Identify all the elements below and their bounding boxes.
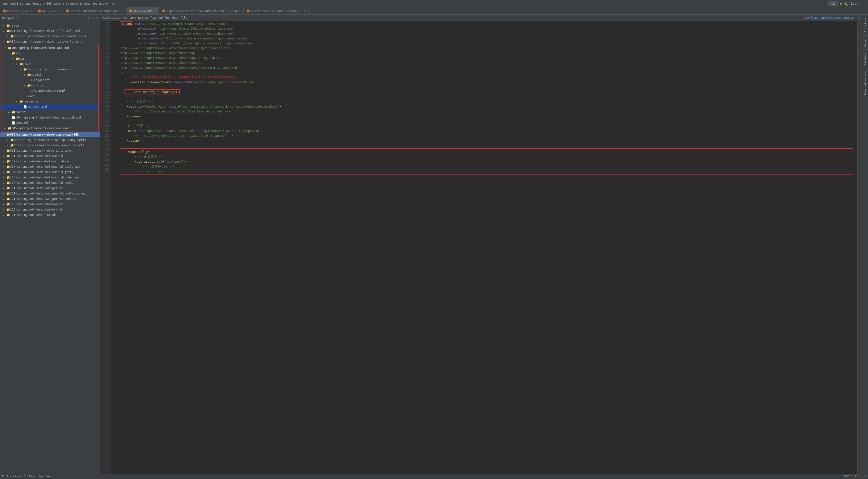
tree-item-app-class[interactable]: A App <box>1 94 98 99</box>
tab-abstract-close[interactable]: × <box>304 9 306 12</box>
tree-item-107[interactable]: ▶ 📁 107-springboot-demo-helloworld-docke… <box>0 180 100 185</box>
folder-icon: 📁 <box>6 40 10 43</box>
tree-item-102[interactable]: ▶ 📁 102-springboot-demo-helloworld-mvc <box>0 159 100 164</box>
code-editor[interactable]: 2 3 4 5 6 7 8 9 10 11 12 13 14 15 16 17 <box>100 21 857 474</box>
tree-item-tech[interactable]: ▼ 📂 tech.pdai.springframework <box>1 67 98 72</box>
tree-item-011[interactable]: ▶ 📁 011-spring-framework-demo-springmvc <box>0 148 100 153</box>
tree-arrow: ▶ <box>3 203 6 206</box>
tree-item-logaspect[interactable]: C LogAspect <box>1 77 98 83</box>
title-bar: tech-pdai-spring-demos > 006-spring-fram… <box>0 0 868 7</box>
tree-item-111b[interactable]: ▶ 📁 111-springboot-demo-swagger-v2-boots… <box>0 191 100 196</box>
panel-bean-validation[interactable]: Bean Validation <box>863 68 868 98</box>
code-line-5: xmlns:context="http://www.springframewor… <box>120 36 854 41</box>
tree-item-121[interactable]: ▶ 📁 121-springboot-demo-lombok <box>0 212 100 217</box>
java-icon <box>247 9 250 12</box>
tab-jdkproxy[interactable]: JdkProxyDemoServiceImpl.java × <box>63 7 126 14</box>
tree-item-iml[interactable]: 📄 004-spring-framework-demo-aop-xml.iml <box>1 115 98 120</box>
ln-27: 27 <box>100 143 111 148</box>
settings-icon[interactable]: ⚙ <box>96 16 98 20</box>
run-icon[interactable]: ▶ <box>840 1 843 6</box>
tree-item-001[interactable]: ▶ 📁 001-spring-framework-demo-helloworld… <box>0 28 100 34</box>
folder-icon: 📂 <box>23 68 27 71</box>
tree-item-aopdemo[interactable]: A AopDemoServiceImpl <box>1 88 98 94</box>
status-pos: 1:1 <box>861 475 866 478</box>
tree-item-104[interactable]: ▶ 📁 104-springboot-demo-helloworld-jetty <box>0 169 100 175</box>
tree-arrow: ▼ <box>16 63 20 66</box>
code-line-21: </bean> <box>120 114 854 118</box>
tree-item-101[interactable]: ▶ 📁 101-springboot-demo-helloworld <box>0 153 100 159</box>
tree-item-java[interactable]: ▼ 📂 java <box>1 61 98 67</box>
sidebar-dropdown[interactable]: ▼ <box>17 16 19 20</box>
tree-arrow: ▶ <box>7 139 10 141</box>
status-favorites[interactable]: 2: Favorites <box>24 475 43 478</box>
status-web[interactable]: Web <box>46 475 52 478</box>
tree-item-resources[interactable]: ▼ 📂 resources <box>1 99 98 104</box>
tree-label-101: 101-springboot-demo-helloworld <box>10 154 63 158</box>
ln-20: 20 <box>100 109 111 114</box>
git-check2-icon[interactable]: ✓ <box>864 2 866 6</box>
tree-label-src: src <box>16 52 21 55</box>
tree-arrow <box>28 79 31 81</box>
tab-aspectj-close[interactable]: × <box>239 9 241 12</box>
class-icon: C <box>31 78 33 82</box>
tree-item-008[interactable]: ▶ 📁 008-spring-framework-demo-bean-lifec… <box>0 143 100 148</box>
java-icon <box>66 9 69 12</box>
tree-item-main[interactable]: ▼ 📂 main <box>1 56 98 61</box>
tree-item-002[interactable]: ▶ 📁 002-spring-framework-demo-helloworld… <box>0 34 100 39</box>
tab-jdkproxy-close[interactable]: × <box>122 9 123 12</box>
tab-abstract[interactable]: AbstractAdvisorAutoProxyCr... × <box>244 7 309 14</box>
tree-item-111c[interactable]: ▶ 📁 111-springboot-demo-swagger-v3-opena… <box>0 196 100 202</box>
tree-item-006[interactable]: ▶ 📁 006-spring-framework-demo-aop-proxy-… <box>0 132 100 137</box>
main-layout: Project ▼ ⟳ ⇔ ⚙ ▶ 📁 .idea ▶ 📁 001-spring… <box>0 14 868 474</box>
tree-item-005[interactable]: ▶ 📁 005-spring-framework-demo-aop-anno <box>1 126 98 131</box>
tree-item-007[interactable]: ▶ 📁 007-spring-framework-demo-aop-proxy-… <box>0 137 100 143</box>
tree-item-target[interactable]: ▶ 📁 target <box>1 109 98 115</box>
configure-link[interactable]: Configure application context <box>804 16 855 20</box>
panel-maven[interactable]: Maven <box>863 35 868 49</box>
collapse-icon[interactable]: ⇔ <box>92 16 94 20</box>
code-content[interactable]: <beans xmlns="http://www.springframework… <box>116 21 857 474</box>
tree-item-103[interactable]: ▶ 📁 103-springboot-demo-helloworld-build… <box>0 164 100 169</box>
tab-aspects[interactable]: aspects.xml × <box>126 7 160 14</box>
tab-creator-close[interactable]: × <box>30 9 32 12</box>
tree-label-104: 104-springboot-demo-helloworld-jetty <box>10 170 73 174</box>
debug-icon[interactable]: 🐛 <box>844 2 848 6</box>
status-encoding: UTF-8 <box>844 475 852 478</box>
tree-item-111a[interactable]: ▶ 📁 111-springboot-demo-swagger-v2 <box>0 185 100 191</box>
notification-gear-icon[interactable]: ⚙ <box>858 16 860 20</box>
tree-item-004[interactable]: ▼ 📂 004-spring-framework-demo-aop-xml <box>1 45 98 50</box>
panel-database[interactable]: Database <box>863 49 868 68</box>
tab-creator[interactable]: Creator.java × <box>0 7 35 14</box>
status-structure[interactable]: Z: Structure <box>2 475 21 478</box>
tree-item-113b[interactable]: ▶ 📁 113-springboot-demo-knife4j-v3 <box>0 207 100 212</box>
red-border-004: ▼ 📂 004-spring-framework-demo-aop-xml ▼ … <box>1 45 99 131</box>
tab-aspectj[interactable]: AspectJAwareAdvisorAutoProxyCreator.java… <box>159 7 244 14</box>
code-line-17 <box>120 94 854 99</box>
code-line-32: <!-- ... --> <box>120 169 853 174</box>
tree-item-pom[interactable]: 📄 pom.xml <box>1 120 98 126</box>
tree-arrow <box>24 95 27 98</box>
tree-item-src[interactable]: ▼ 📂 src <box>1 50 98 56</box>
git-check-icon[interactable]: ✓ <box>860 2 861 6</box>
tab-aspects-close[interactable]: × <box>155 9 156 12</box>
ln-11: 11 <box>100 65 111 70</box>
tree-item-003[interactable]: ▶ 📁 003-spring-framework-demo-helloworld… <box>0 39 100 44</box>
tree-item-service[interactable]: ▼ 📂 service <box>1 83 98 88</box>
tree-item-aspect[interactable]: ▼ 📂 aspect <box>1 72 98 77</box>
sync-icon[interactable]: ⟳ <box>88 16 91 20</box>
folder-icon: 📁 <box>6 165 10 168</box>
ln-14: 14 <box>100 79 111 84</box>
tree-item-idea[interactable]: ▶ 📁 .idea <box>0 23 100 28</box>
panel-structure[interactable]: Structure <box>863 14 868 35</box>
tree-item-113a[interactable]: ▶ 📁 113-springboot-demo-knife4j-v2 <box>0 202 100 207</box>
tab-app[interactable]: App.java × <box>35 7 63 14</box>
app-dropdown[interactable]: App <box>828 1 838 6</box>
tree-item-105[interactable]: ▶ 📁 105-springboot-demo-helloworld-under… <box>0 175 100 180</box>
code-line-13: pdai: aop配置定义在Beans下，表明AOP是基于IOC的Bean加载来… <box>120 75 854 79</box>
java-icon <box>38 9 41 12</box>
tree-arrow: ▶ <box>7 144 10 147</box>
tab-aspects-label: aspects.xml <box>133 9 153 12</box>
check-mark[interactable]: ✓ <box>859 22 861 25</box>
tab-app-close[interactable]: × <box>59 9 60 12</box>
tree-item-aspects-xml[interactable]: 📄 aspects.xml <box>1 104 98 109</box>
